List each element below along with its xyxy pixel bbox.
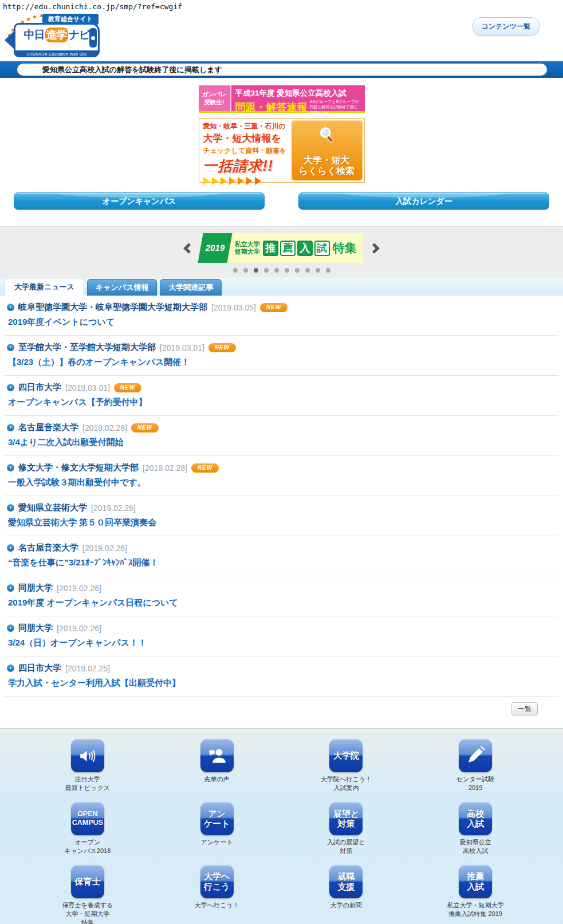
carousel-dot[interactable] xyxy=(305,268,310,273)
logo-title-part: ナビ xyxy=(69,27,90,42)
news-more-button[interactable]: 一覧 xyxy=(511,702,538,715)
recommendation-feature-banner[interactable]: 2019 私立大学 短期大学 推 薦 入 試 特集 xyxy=(200,233,362,263)
quicklink-tile[interactable]: アン ケート xyxy=(200,802,234,835)
news-title-link[interactable]: 3/24（日）オープンキャンパス！！ xyxy=(8,638,556,648)
banner-section: ガンバレ 受験生! 平成31年度 愛知県公立高校入試 問題・解答速報 ※Aグルー… xyxy=(0,78,563,219)
news-title-link[interactable]: オープンキャンパス【予約受付中】 xyxy=(8,397,556,408)
exam-banner-line2: 問題・解答速報 xyxy=(235,100,308,114)
news-school-link[interactable]: 岐阜聖徳学園大学・岐阜聖徳学園大学短期大学部 xyxy=(18,302,207,313)
feature-carousel: 2019 私立大学 短期大学 推 薦 入 試 特集 xyxy=(0,226,563,278)
news-title-link[interactable]: 3/4より二次入試出願受付開始 xyxy=(8,437,556,448)
carousel-dot[interactable] xyxy=(243,268,248,273)
quicklink-tile[interactable]: 推薦 入試 xyxy=(459,865,492,898)
contents-list-button[interactable]: コンテンツ一覧 xyxy=(473,17,540,36)
news-date: [2019.02.28] xyxy=(143,463,187,473)
news-list: 岐阜聖徳学園大学・岐阜聖徳学園大学短期大学部 [2019.03.05] NEW … xyxy=(0,296,563,728)
news-title-link[interactable]: “音楽を仕事に”3/21ｵｰﾌﾟﾝｷｬﾝﾊﾟｽ開催！ xyxy=(8,557,556,568)
quicklink-tile[interactable]: 大学へ 行こう xyxy=(200,865,234,898)
bullet-arrow-icon xyxy=(7,544,14,552)
open-campus-button[interactable]: オープンキャンパス xyxy=(14,192,265,210)
easy-search-panel: 大学・短大 らくらく検索 xyxy=(291,120,363,181)
news-item: 四日市大学 [2019.03.01] NEW オープンキャンパス【予約受付中】 xyxy=(5,376,558,416)
news-school-link[interactable]: 四日市大学 xyxy=(18,382,61,393)
logo-subtitle: CHUNICHI Education Web Site xyxy=(14,50,100,57)
carousel-dot[interactable] xyxy=(233,268,238,273)
quicklink-tile[interactable]: 高校 入試 xyxy=(459,802,492,835)
exam-banner-note: ※AグループとBグループの問題と解答を試験終了後に掲載します。 xyxy=(310,99,361,115)
logo-title-part: 中日 xyxy=(24,27,45,42)
news-item: 岐阜聖徳学園大学・岐阜聖徳学園大学短期大学部 [2019.03.05] NEW … xyxy=(5,296,558,336)
quicklink-cell: 展望と 対策 入試の展望と 対策 xyxy=(282,802,411,856)
news-school-link[interactable]: 名古屋音楽大学 xyxy=(18,542,78,553)
news-school-link[interactable]: 修文大学・修文大学短期大学部 xyxy=(18,462,139,473)
carousel-dot[interactable] xyxy=(254,268,258,273)
arrow-icon xyxy=(246,177,253,185)
exam-flash-banner[interactable]: ガンバレ 受験生! 平成31年度 愛知県公立高校入試 問題・解答速報 ※Aグルー… xyxy=(199,85,365,113)
news-tabs: 大学最新ニュース キャンパス情報 大学関連記事 xyxy=(0,278,563,296)
carousel-dot[interactable] xyxy=(326,268,330,273)
news-school-link[interactable]: 四日市大学 xyxy=(18,663,61,674)
news-school-link[interactable]: 愛知県立芸術大学 xyxy=(18,502,87,513)
quicklink-tile-label: OPEN CAMPUS xyxy=(72,810,103,827)
quicklink-tile[interactable]: 就職 支援 xyxy=(329,865,363,898)
bulk-line2: 大学・短大情報を xyxy=(203,132,291,145)
site-logo[interactable]: 教育総合サイト 中日進学ナビ CHUNICHI Education Web Si… xyxy=(5,13,107,60)
logo-dot xyxy=(33,15,36,18)
tab-campus-info[interactable]: キャンパス情報 xyxy=(87,279,158,296)
bullet-arrow-icon xyxy=(7,384,14,391)
banner-char: 推 xyxy=(263,241,278,256)
carousel-next-icon[interactable] xyxy=(369,243,379,253)
quicklink-tile-label: 大学院 xyxy=(333,750,359,760)
quicklink-tile[interactable]: 展望と 対策 xyxy=(329,802,363,835)
bullet-arrow-icon xyxy=(7,504,14,512)
new-badge: NEW xyxy=(131,423,159,432)
quicklink-tile-label: 保育士 xyxy=(74,876,100,886)
quicklink-caption: 大学院へ行こう！ 入試案内 xyxy=(321,775,372,793)
news-date: [2019.03.01] xyxy=(160,343,204,352)
carousel-dot[interactable] xyxy=(264,268,269,273)
quicklink-tile[interactable] xyxy=(200,739,234,772)
bulk-line1: 愛知・岐阜・三重・石川の xyxy=(203,121,291,131)
quicklink-caption: 保育士を養成する 大学・短期大学 特集 xyxy=(62,901,113,924)
news-title-link[interactable]: 【3/23（土）】春のオープンキャンパス開催！ xyxy=(8,357,556,368)
news-date: [2019.02.28] xyxy=(82,423,127,432)
quicklink-tile[interactable] xyxy=(71,739,104,772)
exam-calendar-button[interactable]: 入試カレンダー xyxy=(298,192,549,210)
quicklink-caption: オープン キャンパス2018 xyxy=(64,838,111,856)
quicklink-tile[interactable]: 大学院 xyxy=(329,739,363,772)
new-badge: NEW xyxy=(260,303,288,312)
banner-line: 私立大学 xyxy=(235,241,260,248)
news-title-link[interactable]: 愛知県立芸術大学 第５０回卒業演奏会 xyxy=(8,517,556,528)
tab-related-articles[interactable]: 大学関連記事 xyxy=(160,279,222,296)
bullet-arrow-icon xyxy=(7,665,14,672)
carousel-dot[interactable] xyxy=(295,268,300,273)
carousel-dot[interactable] xyxy=(316,268,320,273)
banner-char: 入 xyxy=(297,241,313,256)
person-voice-icon xyxy=(207,746,227,765)
quicklink-tile[interactable]: 保育士 xyxy=(71,865,104,898)
pencil-icon xyxy=(466,746,485,765)
quicklink-tile-label: 大学へ 行こう xyxy=(204,871,230,891)
notice-bar: 愛知県公立高校入試の解答を試験終了後に掲載します xyxy=(0,61,563,78)
tab-university-news[interactable]: 大学最新ニュース xyxy=(5,278,84,296)
news-title-link[interactable]: 2019年度 オープンキャンパス日程について xyxy=(8,597,556,608)
quicklink-tile[interactable] xyxy=(459,739,492,772)
banner-char: 試 xyxy=(314,241,330,256)
news-school-link[interactable]: 同朋大学 xyxy=(18,623,53,634)
news-title-link[interactable]: 2019年度イベントについて xyxy=(8,317,556,328)
news-title-link[interactable]: 学力入試・センター利用入試【出願受付中】 xyxy=(8,678,556,689)
magnifier-icon xyxy=(317,125,337,144)
bulk-request-banner[interactable]: 愛知・岐阜・三重・石川の 大学・短大情報を チェックして資料・願書を 一括請求!… xyxy=(199,118,365,183)
carousel-dot[interactable] xyxy=(274,268,279,273)
news-date: [2019.03.01] xyxy=(65,383,110,392)
carousel-dot[interactable] xyxy=(285,268,289,273)
carousel-prev-icon[interactable] xyxy=(184,243,194,253)
news-title-link[interactable]: 一般入学試験３期出願受付中です。 xyxy=(8,477,556,488)
arrow-icon xyxy=(212,177,218,185)
quicklink-tile-label: 展望と 対策 xyxy=(333,809,359,829)
news-school-link[interactable]: 至学館大学・至学館大学短期大学部 xyxy=(18,342,156,353)
quicklink-tile[interactable]: OPEN CAMPUS xyxy=(71,802,104,835)
news-school-link[interactable]: 名古屋音楽大学 xyxy=(18,422,78,433)
logo-title-part: 進学 xyxy=(45,27,68,42)
news-school-link[interactable]: 同朋大学 xyxy=(18,583,53,593)
